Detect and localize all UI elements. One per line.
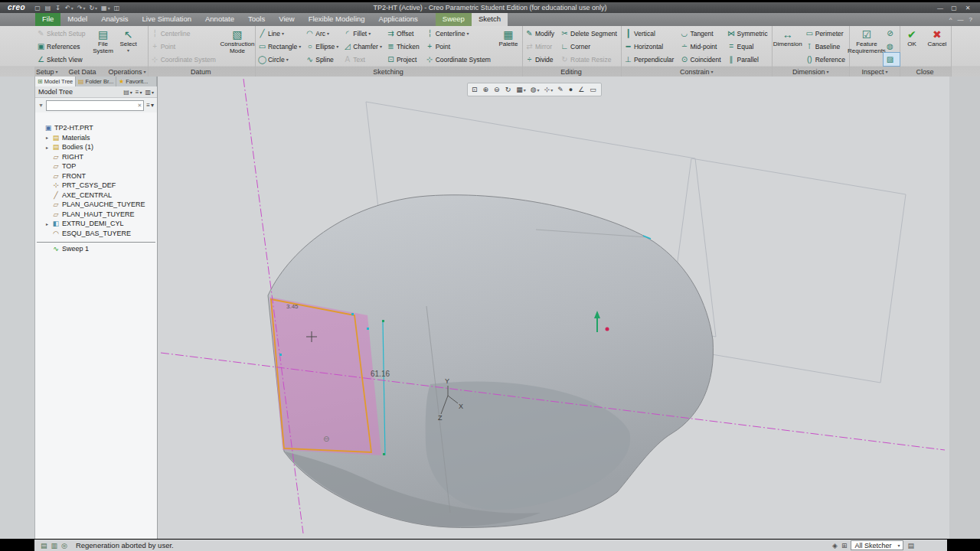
navigator-toggle-icon[interactable]: ▤	[41, 542, 47, 549]
baseline-button[interactable]: ⊺Baseline	[803, 40, 849, 53]
new-file-icon[interactable]: ▢	[33, 5, 43, 11]
select-caret-icon[interactable]: ▾	[127, 48, 129, 54]
cancel-button[interactable]: ✖ Cancel	[923, 27, 951, 48]
shade-closed-loops-button[interactable]: ▨	[884, 53, 900, 66]
overlapping-geometry-button[interactable]: ⊘	[884, 27, 900, 40]
tree-item-esqu-bas-tuyere[interactable]: ◠ESQU_BAS_TUYERE	[35, 229, 157, 239]
point-button[interactable]: +Point	[423, 40, 495, 53]
circle-button[interactable]: ◯Circle▾	[256, 53, 303, 66]
tree-item-extru-demi-cyl[interactable]: ▸◧EXTRU_DEMI_CYL	[35, 219, 157, 229]
section-view-icon[interactable]: ▭	[588, 86, 599, 93]
ok-button[interactable]: ✔ OK	[900, 27, 923, 48]
selection-filter-select[interactable]: All Sketcher ▾	[851, 540, 903, 550]
tree-item-right[interactable]: ▱RIGHT	[35, 152, 157, 162]
datum-point-button[interactable]: +Point	[149, 40, 220, 53]
datum-group-label[interactable]: Datum	[189, 68, 214, 76]
setup-group-menu[interactable]: Setup▾	[34, 68, 60, 76]
inspect-group-menu[interactable]: Inspect▾	[860, 68, 889, 76]
perpendicular-constraint-button[interactable]: ⊥Perpendicular	[622, 53, 678, 66]
sketch-view-button[interactable]: ∠Sketch View	[34, 53, 90, 66]
redo-icon[interactable]: ↷▾	[76, 5, 87, 11]
perimeter-button[interactable]: ▭Perimeter	[803, 27, 849, 40]
corner-button[interactable]: ∟Corner	[558, 40, 621, 53]
browser-toggle-icon[interactable]: ▥	[51, 542, 58, 549]
tree-item-prt-csys-def[interactable]: ⊹PRT_CSYS_DEF	[35, 181, 157, 191]
tab-annotate[interactable]: Annotate	[198, 13, 241, 26]
mirror-button[interactable]: ⇄Mirror	[523, 40, 558, 53]
minimize-button[interactable]: —	[934, 5, 946, 11]
tree-item-top[interactable]: ▱TOP	[35, 161, 157, 171]
filter-funnel-icon[interactable]: ▼	[38, 103, 44, 108]
horizontal-constraint-button[interactable]: ━Horizontal	[622, 40, 678, 53]
select-button[interactable]: ↖ Select ▾	[117, 27, 140, 53]
tab-flexible-modeling[interactable]: Flexible Modeling	[302, 13, 372, 26]
dimension-group-menu[interactable]: Dimension▾	[791, 68, 831, 76]
graphics-area[interactable]: 61.16 3.45 ⊖ Y X Z	[158, 77, 949, 539]
chamfer-button[interactable]: ◿Chamfer▾	[341, 40, 384, 53]
parallel-constraint-button[interactable]: ∥Parallel	[725, 53, 772, 66]
reference-button[interactable]: ()Reference	[803, 53, 849, 66]
close-window-icon[interactable]: ◫	[113, 5, 122, 11]
zoom-out-icon[interactable]: ⊖	[492, 86, 502, 93]
maximize-button[interactable]: ▢	[948, 5, 960, 11]
clipping-icon[interactable]: ◈	[832, 542, 838, 549]
tree-item-bodies[interactable]: ▸▤Bodies (1)	[35, 142, 157, 152]
direction-origin-dot[interactable]	[606, 328, 609, 331]
rectangle-button[interactable]: ▭Rectangle▾	[256, 40, 303, 53]
open-file-icon[interactable]: ▤	[44, 5, 54, 11]
centerline-button[interactable]: ╎Centerline▾	[423, 27, 495, 40]
coordinate-system-button[interactable]: ⊹Coordinate System	[423, 53, 495, 66]
equal-constraint-button[interactable]: =Equal	[725, 40, 772, 53]
tab-model[interactable]: Model	[60, 13, 94, 26]
modify-button[interactable]: ✎Modify	[523, 27, 558, 40]
selection-options-icon[interactable]: ▤	[907, 542, 914, 549]
tab-live-simulation[interactable]: Live Simulation	[136, 13, 198, 26]
mid-point-constraint-button[interactable]: ∸Mid-point	[678, 40, 724, 53]
ellipse-button[interactable]: ○Ellipse▾	[303, 40, 341, 53]
tree-item-part[interactable]: ▣TP2-HT.PRT	[35, 123, 157, 133]
sketch-orientation-icon[interactable]: ∠	[577, 86, 586, 93]
project-button[interactable]: ⊡Project	[384, 53, 423, 66]
tab-sketch[interactable]: Sketch	[472, 13, 508, 26]
repaint-icon[interactable]: ↻	[504, 86, 514, 93]
references-button[interactable]: ▣References	[34, 40, 90, 53]
tree-filters-icon[interactable]: ▤▾	[123, 89, 132, 96]
highlight-open-ends-button[interactable]: ◍	[884, 40, 900, 53]
tree-filter-input[interactable]: ✕	[46, 100, 144, 111]
windows-icon[interactable]: ▦▾	[100, 5, 112, 11]
editing-group-label[interactable]: Editing	[559, 68, 585, 76]
sketching-group-label[interactable]: Sketching	[371, 68, 407, 76]
regenerate-icon[interactable]: ↻▾	[87, 5, 99, 11]
construction-mode-button[interactable]: ▧ Construction Mode	[220, 27, 255, 55]
fillet-button[interactable]: ◜Fillet▾	[341, 27, 384, 40]
navtab-folder-browser[interactable]: ▤Folder Br...	[76, 77, 116, 86]
tree-item-plan-haut-tuyere[interactable]: ▱PLAN_HAUT_TUYERE	[35, 210, 157, 220]
undo-icon[interactable]: ↶▾	[64, 5, 75, 11]
tab-file[interactable]: File	[35, 13, 60, 26]
symmetric-constraint-button[interactable]: ⋈Symmetric	[725, 27, 772, 40]
tree-item-axe-central[interactable]: ╱AXE_CENTRAL	[35, 191, 157, 201]
zoom-in-icon[interactable]: ⊕	[482, 86, 492, 93]
navtab-favorites[interactable]: ★Favorit...	[116, 77, 157, 86]
ribbon-display-icon[interactable]: —	[958, 16, 964, 23]
display-style-icon[interactable]: ◍▾	[529, 86, 541, 93]
sketch-setup-button[interactable]: ✎Sketch Setup	[34, 27, 90, 40]
dimension-value-small[interactable]: 3.45	[286, 303, 299, 310]
tab-view[interactable]: View	[272, 13, 301, 26]
tree-columns-icon[interactable]: ≡▾	[136, 89, 142, 96]
saved-views-icon[interactable]: ▦▾	[514, 86, 528, 93]
datum-centerline-button[interactable]: ╎Centerline	[149, 27, 220, 40]
tab-sweep[interactable]: Sweep	[436, 13, 472, 26]
text-button[interactable]: AText	[341, 53, 384, 66]
tangent-constraint-button[interactable]: ◡Tangent	[678, 27, 724, 40]
line-button[interactable]: ╱Line▾	[256, 27, 303, 40]
tab-applications[interactable]: Applications	[372, 13, 425, 26]
rotate-resize-button[interactable]: ↻Rotate Resize	[558, 53, 621, 66]
offset-button[interactable]: ⇉Offset	[384, 27, 423, 40]
tree-item-sweep-1[interactable]: ∿Sweep 1	[35, 244, 157, 254]
tab-analysis[interactable]: Analysis	[94, 13, 135, 26]
thicken-button[interactable]: ≣Thicken	[384, 40, 423, 53]
close-button[interactable]: ✕	[962, 5, 974, 11]
tree-insert-locator[interactable]	[37, 238, 155, 243]
help-icon[interactable]: ?	[969, 16, 972, 23]
